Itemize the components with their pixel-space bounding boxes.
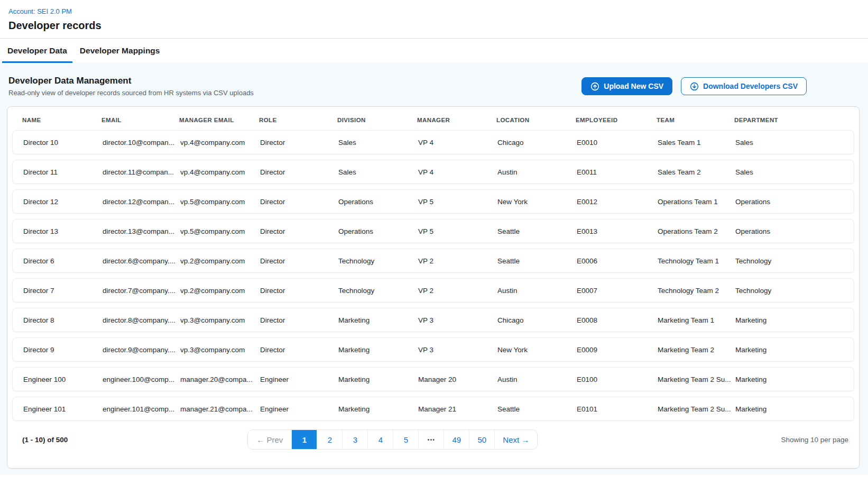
- table-row: Engineer 101engineer.101@comp...manager.…: [12, 397, 854, 421]
- cell-role: Engineer: [260, 405, 338, 413]
- cell-manager: VP 2: [418, 287, 497, 295]
- cell-role: Director: [260, 139, 338, 147]
- cell-team: Marketing Team 2 Su...: [658, 376, 735, 383]
- cell-location: Seattle: [497, 227, 577, 235]
- cell-manager: VP 5: [418, 227, 497, 235]
- pagination-page-49[interactable]: 49: [444, 430, 469, 449]
- tab-developer-data[interactable]: Developer Data: [2, 39, 72, 63]
- cell-manager-email: vp.5@company.com: [180, 227, 260, 235]
- table-row: Director 8director.8@company....vp.3@com…: [12, 308, 854, 332]
- download-developers-csv-button[interactable]: Download Developers CSV: [681, 77, 807, 95]
- column-header-location: LOCATION: [496, 117, 576, 123]
- cell-division: Operations: [338, 198, 418, 206]
- pagination: ← Prev12345•••4950Next →: [247, 429, 538, 450]
- cell-department: Operations: [735, 227, 854, 235]
- cell-location: Seattle: [497, 257, 577, 265]
- cell-team: Marketing Team 2: [658, 346, 735, 354]
- cell-role: Engineer: [260, 376, 338, 383]
- cell-email: director.8@company....: [103, 316, 180, 324]
- cell-division: Operations: [338, 227, 418, 235]
- cell-employeeid: E0011: [577, 168, 658, 176]
- cell-manager-email: vp.4@company.com: [180, 139, 260, 147]
- cell-manager-email: vp.2@company.com: [180, 287, 260, 295]
- account-link[interactable]: Account: SEI 2.0 PM: [8, 7, 72, 15]
- cell-division: Marketing: [338, 376, 418, 383]
- csv-actions: Upload New CSV Download Developers CSV: [581, 77, 807, 95]
- cell-department: Operations: [735, 198, 854, 206]
- cell-team: Marketing Team 2 Su...: [658, 405, 735, 413]
- cell-department: Marketing: [735, 316, 854, 324]
- column-header-name: NAME: [22, 117, 101, 123]
- section-header: Developer Data Management Read-only view…: [0, 63, 868, 106]
- pagination-ellipsis: •••: [419, 430, 444, 449]
- cell-email: engineer.101@comp...: [103, 405, 180, 413]
- cell-name: Director 7: [23, 287, 103, 295]
- section-title-block: Developer Data Management Read-only view…: [8, 76, 254, 97]
- cell-manager: VP 4: [418, 139, 497, 147]
- cell-email: director.6@company....: [103, 257, 180, 265]
- table-row: Director 11director.11@compan...vp.4@com…: [12, 160, 854, 184]
- table-row: Director 13director.13@compan...vp.5@com…: [12, 219, 854, 243]
- cell-manager-email: vp.2@company.com: [180, 257, 260, 265]
- cell-division: Marketing: [338, 346, 418, 354]
- cell-department: Marketing: [735, 346, 854, 354]
- cell-location: Austin: [497, 287, 577, 295]
- cell-team: Technology Team 2: [658, 287, 735, 295]
- cell-employeeid: E0101: [577, 405, 658, 413]
- cell-role: Director: [260, 316, 338, 324]
- upload-button-label: Upload New CSV: [604, 82, 663, 90]
- table-row: Director 10director.10@compan...vp.4@com…: [12, 130, 854, 154]
- cell-email: engineer.100@comp...: [103, 376, 180, 383]
- cell-role: Director: [260, 198, 338, 206]
- per-page-label: Showing 10 per page: [781, 436, 848, 444]
- column-header-team: TEAM: [657, 117, 734, 123]
- cell-name: Director 9: [23, 346, 103, 354]
- cell-employeeid: E0009: [577, 346, 658, 354]
- upload-new-csv-button[interactable]: Upload New CSV: [581, 77, 672, 95]
- cell-department: Marketing: [735, 405, 854, 413]
- cell-email: director.10@compan...: [103, 139, 180, 147]
- cell-name: Director 6: [23, 257, 103, 265]
- cell-role: Director: [260, 287, 338, 295]
- pagination-page-2[interactable]: 2: [317, 430, 343, 449]
- tab-bar: Developer Data Developer Mappings: [0, 39, 868, 63]
- pagination-page-3[interactable]: 3: [343, 430, 368, 449]
- cell-team: Sales Team 1: [658, 139, 735, 147]
- cell-employeeid: E0007: [577, 287, 658, 295]
- column-header-employeeid: EMPLOYEEID: [576, 117, 657, 123]
- table-row: Director 7director.7@company....vp.2@com…: [12, 278, 854, 303]
- developer-data-section: Developer Data Management Read-only view…: [0, 63, 868, 474]
- cell-name: Engineer 100: [23, 376, 103, 383]
- cell-manager: Manager 20: [418, 376, 497, 383]
- cell-team: Operations Team 1: [658, 198, 735, 206]
- pagination-page-5[interactable]: 5: [393, 430, 419, 449]
- download-button-label: Download Developers CSV: [703, 82, 798, 90]
- cell-employeeid: E0100: [577, 376, 658, 383]
- pagination-next-button[interactable]: Next →: [495, 430, 537, 449]
- table-footer: (1 - 10) of 500 ← Prev12345•••4950Next →…: [22, 429, 848, 450]
- pagination-page-1[interactable]: 1: [292, 430, 317, 449]
- cell-name: Engineer 101: [23, 405, 103, 413]
- cell-employeeid: E0012: [577, 198, 658, 206]
- cell-manager: VP 5: [418, 198, 497, 206]
- table-body: Director 10director.10@compan...vp.4@com…: [7, 130, 859, 421]
- cell-division: Sales: [338, 139, 418, 147]
- cell-name: Director 11: [23, 168, 103, 176]
- cell-location: Chicago: [497, 139, 577, 147]
- pagination-range-label: (1 - 10) of 500: [22, 436, 68, 444]
- tab-developer-mappings[interactable]: Developer Mappings: [75, 39, 165, 63]
- cell-department: Marketing: [735, 376, 854, 383]
- pagination-page-4[interactable]: 4: [368, 430, 393, 449]
- cell-email: director.12@compan...: [103, 198, 180, 206]
- cell-team: Operations Team 2: [658, 227, 735, 235]
- cell-manager-email: manager.20@compa...: [180, 376, 260, 383]
- app-root: Account: SEI 2.0 PM Developer records De…: [0, 0, 868, 474]
- pagination-prev-button[interactable]: ← Prev: [248, 430, 292, 449]
- cell-team: Sales Team 2: [658, 168, 735, 176]
- pagination-page-50[interactable]: 50: [469, 430, 495, 449]
- cell-location: Chicago: [497, 316, 577, 324]
- cell-department: Technology: [735, 287, 854, 295]
- table-row: Director 6director.6@company....vp.2@com…: [12, 249, 854, 273]
- cell-manager: VP 2: [418, 257, 497, 265]
- table-header-row: NAMEEMAILMANAGER EMAILROLEDIVISIONMANAGE…: [7, 107, 859, 130]
